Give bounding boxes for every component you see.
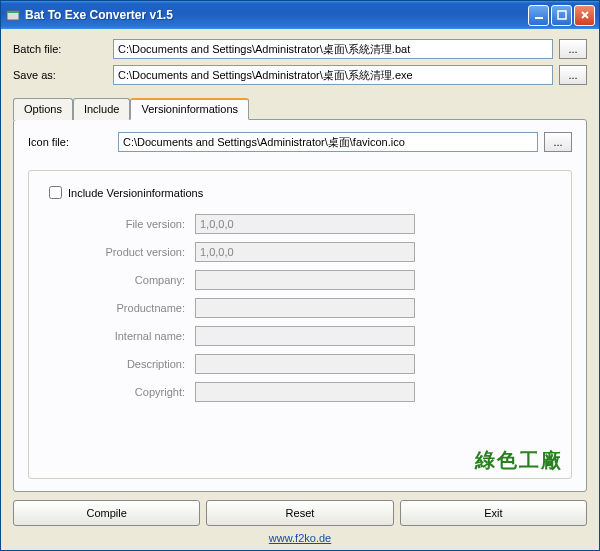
content-area: Batch file: ... Save as: ... Options Inc… bbox=[1, 29, 599, 550]
copyright-label: Copyright: bbox=[85, 386, 195, 398]
productname-label: Productname: bbox=[85, 302, 195, 314]
app-icon bbox=[5, 7, 21, 23]
file-version-label: File version: bbox=[85, 218, 195, 230]
icon-file-row: Icon file: ... bbox=[28, 132, 572, 152]
internal-name-label: Internal name: bbox=[85, 330, 195, 342]
window-controls bbox=[528, 5, 595, 26]
svg-rect-3 bbox=[558, 11, 566, 19]
product-version-input bbox=[195, 242, 415, 262]
tab-panel: Icon file: ... Include Versioninformatio… bbox=[13, 119, 587, 492]
file-version-input bbox=[195, 214, 415, 234]
save-as-label: Save as: bbox=[13, 69, 113, 81]
close-button[interactable] bbox=[574, 5, 595, 26]
icon-file-label: Icon file: bbox=[28, 136, 118, 148]
include-versioninfo-row: Include Versioninformations bbox=[45, 183, 555, 202]
app-window: Bat To Exe Converter v1.5 Batch file: ..… bbox=[0, 0, 600, 551]
company-input bbox=[195, 270, 415, 290]
minimize-button[interactable] bbox=[528, 5, 549, 26]
save-as-browse-button[interactable]: ... bbox=[559, 65, 587, 85]
internal-name-input bbox=[195, 326, 415, 346]
copyright-input bbox=[195, 382, 415, 402]
watermark: 綠色工廠 bbox=[475, 447, 563, 474]
versioninfo-group: Include Versioninformations File version… bbox=[28, 170, 572, 479]
titlebar: Bat To Exe Converter v1.5 bbox=[1, 1, 599, 29]
batch-file-browse-button[interactable]: ... bbox=[559, 39, 587, 59]
save-as-input[interactable] bbox=[113, 65, 553, 85]
maximize-button[interactable] bbox=[551, 5, 572, 26]
tab-options[interactable]: Options bbox=[13, 98, 73, 120]
include-versioninfo-label: Include Versioninformations bbox=[68, 187, 203, 199]
footer: www.f2ko.de bbox=[13, 532, 587, 544]
batch-file-label: Batch file: bbox=[13, 43, 113, 55]
include-versioninfo-checkbox[interactable] bbox=[49, 186, 62, 199]
svg-rect-2 bbox=[535, 17, 543, 19]
productname-input bbox=[195, 298, 415, 318]
description-label: Description: bbox=[85, 358, 195, 370]
icon-file-input[interactable] bbox=[118, 132, 538, 152]
window-title: Bat To Exe Converter v1.5 bbox=[25, 8, 528, 22]
description-input bbox=[195, 354, 415, 374]
company-label: Company: bbox=[85, 274, 195, 286]
svg-rect-1 bbox=[7, 11, 19, 13]
compile-button[interactable]: Compile bbox=[13, 500, 200, 526]
reset-button[interactable]: Reset bbox=[206, 500, 393, 526]
tab-versioninfo[interactable]: Versioninformations bbox=[130, 98, 249, 120]
batch-file-row: Batch file: ... bbox=[13, 39, 587, 59]
tab-include[interactable]: Include bbox=[73, 98, 130, 120]
product-version-label: Product version: bbox=[85, 246, 195, 258]
batch-file-input[interactable] bbox=[113, 39, 553, 59]
tab-strip: Options Include Versioninformations bbox=[13, 97, 587, 119]
save-as-row: Save as: ... bbox=[13, 65, 587, 85]
icon-file-browse-button[interactable]: ... bbox=[544, 132, 572, 152]
tabs-container: Options Include Versioninformations Icon… bbox=[13, 97, 587, 492]
bottom-buttons: Compile Reset Exit bbox=[13, 500, 587, 526]
exit-button[interactable]: Exit bbox=[400, 500, 587, 526]
footer-link[interactable]: www.f2ko.de bbox=[269, 532, 331, 544]
